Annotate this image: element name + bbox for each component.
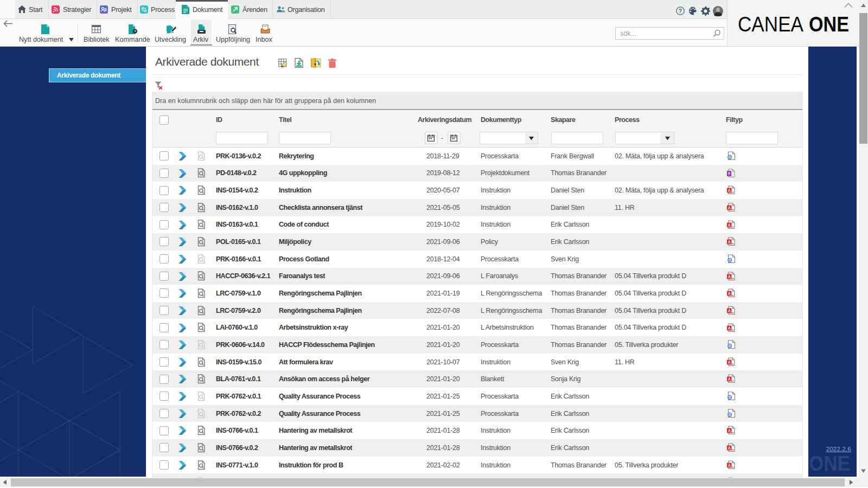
svg-text:ONE: ONE [809,13,849,35]
svg-text:CANEA: CANEA [738,13,803,35]
svg-text:ONE: ONE [809,454,850,472]
svg-text:?: ? [679,8,682,14]
